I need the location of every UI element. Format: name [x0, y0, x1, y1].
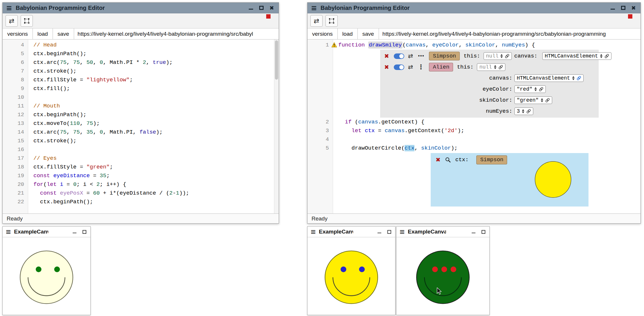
minimize-button[interactable] — [609, 4, 616, 11]
stepper-icon[interactable] — [494, 65, 496, 69]
code-editor[interactable]: 4// Head5ctx.beginPath();6ctx.arc(75, 75… — [3, 40, 279, 213]
code-text[interactable]: // Mouth — [28, 102, 60, 110]
code-line[interactable]: 13ctx.moveTo(110, 75); — [3, 119, 279, 128]
code-text[interactable]: for(let i = 0; i < 2; i++) { — [28, 180, 126, 189]
link-icon[interactable] — [526, 109, 531, 114]
window-menu-icon[interactable]: ≡ — [310, 229, 316, 235]
code-text[interactable]: const eyePosX = 60 + i*(eyeDistance / (2… — [28, 189, 189, 198]
code-line[interactable]: 7ctx.stroke(); — [3, 67, 279, 76]
code-area[interactable]: 1function drawSmiley(canvas, eyeColor, s… — [307, 40, 641, 213]
code-line[interactable]: 12ctx.beginPath(); — [3, 110, 279, 119]
link-icon[interactable] — [604, 54, 609, 58]
line-number[interactable]: 17 — [3, 154, 28, 163]
code-line[interactable]: 16 — [3, 145, 279, 154]
more-options-icon[interactable]: ⋮ — [418, 64, 424, 70]
line-number[interactable]: 11 — [3, 102, 28, 110]
code-line[interactable]: 4 — [307, 135, 641, 144]
remove-example-icon[interactable]: ✖ — [384, 53, 389, 59]
example-badge-alien[interactable]: Alien — [429, 63, 453, 72]
stepper-icon[interactable] — [572, 76, 575, 80]
code-line[interactable]: 9ctx.fill(); — [3, 84, 279, 93]
line-number[interactable]: 4 — [3, 41, 28, 49]
line-number[interactable]: 20 — [3, 180, 28, 189]
canvas-area[interactable] — [3, 237, 90, 315]
magnifier-icon[interactable] — [445, 157, 451, 163]
param-value-box-this[interactable]: null — [484, 52, 512, 60]
code-text[interactable]: ctx.moveTo(110, 75); — [28, 119, 100, 128]
code-line[interactable]: 5ctx.beginPath(); — [3, 49, 279, 58]
window-menu-icon[interactable]: ≡ — [6, 4, 12, 12]
link-icon[interactable] — [539, 87, 543, 91]
window-menu-icon[interactable]: ≡ — [311, 4, 317, 12]
stepper-icon[interactable] — [522, 109, 524, 113]
canvas-area[interactable] — [307, 237, 395, 315]
code-line[interactable]: 15ctx.stroke(); — [3, 137, 279, 145]
code-text[interactable]: ctx.arc(75, 75, 50, 0, Math.PI * 2, true… — [28, 58, 173, 67]
warning-icon[interactable] — [331, 42, 337, 48]
load-button[interactable]: load — [33, 28, 53, 39]
canvas-area[interactable] — [396, 237, 489, 315]
code-line[interactable]: 2 if (canvas.getContext) { — [307, 118, 641, 126]
param-value-box[interactable]: "green" — [514, 96, 552, 104]
code-line[interactable]: 10 — [3, 93, 279, 102]
url-input[interactable]: https://lively-kernel.org/lively4/lively… — [379, 28, 641, 39]
minimize-button[interactable] — [71, 229, 78, 235]
param-value-box-canvas[interactable]: HTMLCanvasElement — [542, 52, 611, 60]
link-icon[interactable] — [498, 65, 503, 69]
minimize-button[interactable] — [470, 229, 477, 235]
save-button[interactable]: save — [53, 28, 74, 39]
line-number[interactable]: 18 — [3, 163, 28, 171]
code-text[interactable]: function drawSmiley(canvas, eyeColor, sk… — [333, 41, 535, 49]
example-badge-simpson[interactable]: Simpson — [429, 52, 460, 61]
line-number[interactable]: 12 — [3, 110, 28, 119]
toggle-probes-button[interactable]: ⇄ — [310, 15, 323, 27]
code-editor[interactable]: 1function drawSmiley(canvas, eyeColor, s… — [307, 40, 641, 213]
line-number[interactable]: 5 — [307, 144, 333, 152]
line-number[interactable]: 6 — [3, 58, 28, 67]
code-text[interactable]: ctx.fillStyle = "lightyellow"; — [28, 76, 133, 84]
versions-button[interactable]: versions — [3, 28, 33, 39]
more-options-icon[interactable]: ⋯ — [418, 53, 424, 59]
maximize-button[interactable] — [258, 4, 265, 11]
code-text[interactable]: ctx.arc(75, 75, 35, 0, Math.PI, false); — [28, 128, 163, 137]
code-block[interactable]: 2 if (canvas.getContext) {3 let ctx = ca… — [307, 118, 641, 152]
line-number[interactable]: 10 — [3, 93, 28, 102]
save-button[interactable]: save — [358, 28, 379, 39]
canvas-titlebar[interactable]: ≡ ExampleCanvas — [307, 227, 395, 237]
code-line[interactable]: 8ctx.fillStyle = "lightyellow"; — [3, 76, 279, 84]
code-line[interactable]: 11// Mouth — [3, 102, 279, 110]
line-number[interactable]: 14 — [3, 128, 28, 137]
example-badge-simpson[interactable]: Simpson — [476, 155, 507, 164]
code-text[interactable]: ctx.beginPath(); — [28, 110, 86, 119]
code-line[interactable]: 20for(let i = 0; i < 2; i++) { — [3, 180, 279, 189]
canvas-titlebar[interactable]: ≡ ExampleCanvas — [3, 227, 90, 237]
code-line[interactable]: 3 let ctx = canvas.getContext('2d'); — [307, 126, 641, 135]
maximize-button[interactable] — [386, 229, 392, 235]
load-button[interactable]: load — [338, 28, 358, 39]
code-block[interactable]: 1function drawSmiley(canvas, eyeColor, s… — [307, 41, 641, 49]
stepper-icon[interactable] — [534, 87, 537, 91]
minimize-button[interactable] — [376, 229, 382, 235]
example-enabled-toggle[interactable] — [394, 64, 404, 70]
code-text[interactable]: ctx.fill(); — [28, 84, 70, 93]
param-value-box-this[interactable]: null — [477, 63, 505, 71]
code-line[interactable]: 19const eyeDistance = 35; — [3, 171, 279, 180]
stepper-icon[interactable] — [600, 54, 602, 58]
code-line[interactable]: 14ctx.arc(75, 75, 35, 0, Math.PI, false)… — [3, 128, 279, 137]
param-value-box[interactable]: 3 — [514, 107, 533, 115]
versions-button[interactable]: versions — [307, 28, 338, 39]
line-number[interactable]: 9 — [3, 84, 28, 93]
vertical-scrollbar[interactable] — [274, 40, 279, 213]
line-number[interactable]: 1 — [307, 41, 333, 49]
line-number[interactable]: 8 — [3, 76, 28, 84]
toggle-probes-button[interactable]: ⇄ — [6, 15, 18, 27]
code-line[interactable]: 17// Eyes — [3, 154, 279, 163]
line-number[interactable]: 13 — [3, 119, 28, 128]
swap-example-icon[interactable]: ⇄ — [408, 64, 413, 70]
code-text[interactable]: let ctx = canvas.getContext('2d'); — [333, 126, 464, 135]
code-area[interactable]: 4// Head5ctx.beginPath();6ctx.arc(75, 75… — [3, 40, 279, 213]
code-line[interactable]: 6ctx.arc(75, 75, 50, 0, Math.PI * 2, tru… — [3, 58, 279, 67]
line-number[interactable]: 3 — [307, 126, 333, 135]
remove-probe-icon[interactable]: ✖ — [436, 157, 441, 163]
stepper-icon[interactable] — [500, 54, 503, 58]
